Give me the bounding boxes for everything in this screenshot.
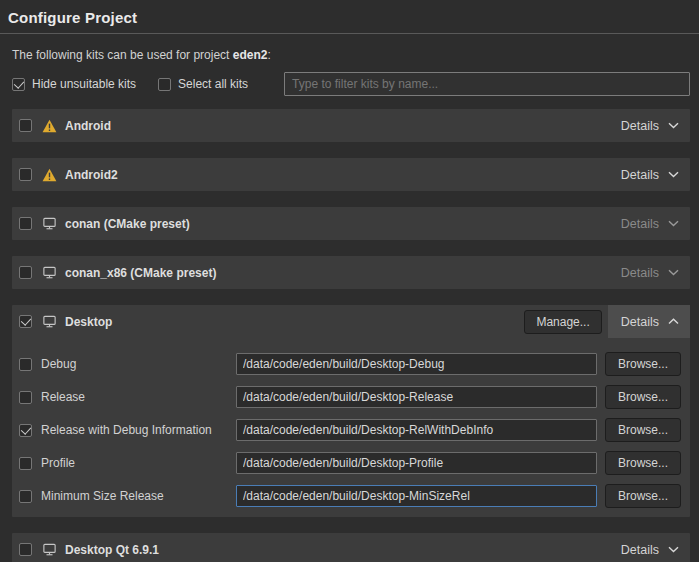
config-label-area: Release	[19, 390, 236, 404]
select-all-kits-checkbox[interactable]: Select all kits	[158, 77, 248, 91]
kit-panel-desktop-qt: Desktop Qt 6.9.1 Details	[12, 533, 690, 562]
build-config-row-relwithdebinfo: Release with Debug Information Browse...	[19, 418, 681, 442]
details-label: Details	[621, 217, 659, 231]
kit-checkbox[interactable]	[19, 315, 32, 328]
config-checkbox[interactable]	[19, 391, 32, 404]
config-label: Profile	[41, 456, 75, 470]
config-label: Release	[41, 390, 85, 404]
kit-filter-input[interactable]	[284, 72, 690, 96]
kit-checkbox[interactable]	[19, 168, 32, 181]
kit-row-android2[interactable]: Android2 Details	[12, 158, 690, 191]
kit-checkbox[interactable]	[19, 543, 32, 556]
warning-icon	[41, 167, 57, 183]
kit-row-conan[interactable]: conan (CMake preset) Details	[12, 207, 690, 240]
kit-name: Android2	[65, 168, 118, 182]
checkbox-icon[interactable]	[158, 78, 171, 91]
hide-unsuitable-kits-checkbox[interactable]: Hide unsuitable kits	[12, 77, 136, 91]
details-toggle: Details	[608, 207, 690, 240]
kits-description-suffix: :	[267, 48, 270, 62]
warning-icon	[41, 118, 57, 134]
browse-button[interactable]: Browse...	[605, 385, 681, 409]
kit-name: Desktop Qt 6.9.1	[65, 543, 159, 557]
build-dir-input-release[interactable]	[236, 386, 597, 408]
config-checkbox[interactable]	[19, 358, 32, 371]
kit-list: Android Details Android2 Details	[12, 109, 690, 562]
browse-button[interactable]: Browse...	[605, 352, 681, 376]
config-label-area: Profile	[19, 456, 236, 470]
kit-panel-conan-x86: conan_x86 (CMake preset) Details	[12, 256, 690, 289]
details-toggle[interactable]: Details	[608, 533, 690, 562]
desktop-build-configs: Debug Browse... Release Browse... Releas…	[12, 338, 690, 517]
kit-row-android[interactable]: Android Details	[12, 109, 690, 142]
kit-checkbox[interactable]	[19, 266, 32, 279]
kit-panel-desktop: Desktop Manage... Details Debug Browse..…	[12, 305, 690, 517]
manage-kits-button[interactable]: Manage...	[524, 310, 601, 334]
chevron-down-icon	[668, 220, 679, 227]
build-config-row-debug: Debug Browse...	[19, 352, 681, 376]
kit-row-conan-x86[interactable]: conan_x86 (CMake preset) Details	[12, 256, 690, 289]
desktop-icon	[41, 216, 57, 232]
config-label-area: Release with Debug Information	[19, 423, 236, 437]
config-checkbox[interactable]	[19, 457, 32, 470]
chevron-down-icon	[668, 122, 679, 129]
kit-name: conan (CMake preset)	[65, 217, 190, 231]
kits-description: The following kits can be used for proje…	[12, 48, 699, 62]
config-checkbox[interactable]	[19, 490, 32, 503]
kit-panel-android: Android Details	[12, 109, 690, 142]
config-label: Minimum Size Release	[41, 489, 164, 503]
config-label: Release with Debug Information	[41, 423, 212, 437]
page-header: Configure Project	[0, 0, 699, 34]
build-config-row-profile: Profile Browse...	[19, 451, 681, 475]
build-dir-input-debug[interactable]	[236, 353, 597, 375]
build-config-row-release: Release Browse...	[19, 385, 681, 409]
chevron-down-icon	[668, 171, 679, 178]
kit-row-desktop-qt[interactable]: Desktop Qt 6.9.1 Details	[12, 533, 690, 562]
details-label: Details	[621, 315, 659, 329]
browse-button[interactable]: Browse...	[605, 451, 681, 475]
select-all-kits-label: Select all kits	[178, 77, 248, 91]
kit-checkbox[interactable]	[19, 119, 32, 132]
build-dir-input-profile[interactable]	[236, 452, 597, 474]
chevron-down-icon	[668, 269, 679, 276]
build-dir-input-relwithdebinfo[interactable]	[236, 419, 597, 441]
kit-name: Desktop	[65, 315, 112, 329]
config-label-area: Debug	[19, 357, 236, 371]
browse-button[interactable]: Browse...	[605, 484, 681, 508]
kit-panel-conan: conan (CMake preset) Details	[12, 207, 690, 240]
checkbox-icon[interactable]	[12, 78, 25, 91]
details-toggle[interactable]: Details	[608, 305, 690, 338]
details-toggle: Details	[608, 256, 690, 289]
project-name: eden2	[233, 48, 268, 62]
details-toggle[interactable]: Details	[608, 158, 690, 191]
kit-row-desktop[interactable]: Desktop Manage... Details	[12, 305, 690, 338]
config-label-area: Minimum Size Release	[19, 489, 236, 503]
kit-panel-android2: Android2 Details	[12, 158, 690, 191]
desktop-icon	[41, 542, 57, 558]
build-config-row-minsizerel: Minimum Size Release Browse...	[19, 484, 681, 508]
build-dir-input-minsizerel[interactable]	[236, 485, 597, 507]
desktop-icon	[41, 314, 57, 330]
details-label: Details	[621, 119, 659, 133]
chevron-down-icon	[668, 546, 679, 553]
details-toggle[interactable]: Details	[608, 109, 690, 142]
kit-name: Android	[65, 119, 111, 133]
config-label: Debug	[41, 357, 76, 371]
page-title: Configure Project	[8, 9, 137, 26]
kit-filter-controls: Hide unsuitable kits Select all kits	[12, 71, 690, 97]
kits-description-text: The following kits can be used for proje…	[12, 48, 233, 62]
chevron-up-icon	[668, 318, 679, 325]
browse-button[interactable]: Browse...	[605, 418, 681, 442]
hide-unsuitable-kits-label: Hide unsuitable kits	[32, 77, 136, 91]
kit-checkbox[interactable]	[19, 217, 32, 230]
kit-name: conan_x86 (CMake preset)	[65, 266, 216, 280]
details-label: Details	[621, 543, 659, 557]
details-label: Details	[621, 168, 659, 182]
config-checkbox[interactable]	[19, 424, 32, 437]
details-label: Details	[621, 266, 659, 280]
desktop-icon	[41, 265, 57, 281]
